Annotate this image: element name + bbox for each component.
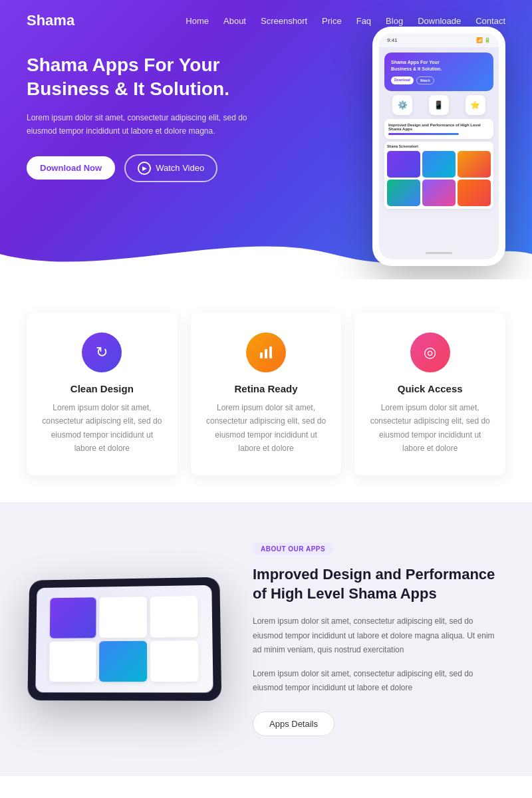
apps-details-button[interactable]: Apps Details [253, 712, 334, 736]
tablet-mockup [27, 577, 221, 700]
about-title: Improved Design and Performance of High … [253, 565, 505, 604]
brand-logo: Shama [27, 12, 74, 29]
nav-faq[interactable]: Faq [356, 16, 371, 26]
nav-links: Home About Screenshort Price Faq Blog Do… [186, 15, 505, 27]
nav-home[interactable]: Home [186, 16, 209, 26]
nav-price[interactable]: Price [322, 16, 342, 26]
about-desc-1: Lorem ipsum dolor sit amet, consectetur … [253, 614, 505, 658]
hero-content: Shama Apps For Your Business & It Soluti… [27, 53, 253, 182]
about-badge: About Our Apps [253, 543, 333, 555]
phone-feature-icon-3: ⭐ [466, 95, 485, 115]
svg-rect-1 [265, 349, 267, 358]
feature-icon-clean-design: ↻ [82, 332, 122, 372]
features-section: ↻ Clean Design Lorem ipsum dolor sit ame… [0, 279, 532, 502]
feature-title-1: Clean Design [40, 383, 164, 394]
nav-contact[interactable]: Contact [475, 16, 505, 26]
svg-rect-0 [260, 352, 263, 358]
feature-card-retina-ready: Retina Ready Lorem ipsum dolor sit amet,… [191, 313, 342, 475]
feature-desc-1: Lorem ipsum dolor sit amet, consectetur … [40, 401, 164, 456]
navigation: Shama Home About Screenshort Price Faq B… [0, 0, 532, 41]
nav-downloade[interactable]: Downloade [418, 16, 461, 26]
about-desc-2: Lorem ipsum dolor sit amet, consectetur … [253, 667, 505, 696]
screenshots-section: Latest Short Shama Screenshort [0, 776, 532, 798]
feature-card-clean-design: ↻ Clean Design Lorem ipsum dolor sit ame… [27, 313, 178, 475]
play-icon: ▶ [138, 162, 151, 175]
about-content: About Our Apps Improved Design and Perfo… [253, 542, 505, 736]
hero-title: Shama Apps For Your Business & It Soluti… [27, 53, 253, 102]
phone-feature-icon-2: 📱 [429, 95, 449, 115]
hero-phone-mockup: 9:41 📶 🔋 Shama Apps For YourBusiness & I… [372, 27, 505, 266]
feature-desc-2: Lorem ipsum dolor sit amet, consectetur … [204, 401, 329, 456]
feature-card-quick-access: ◎ Quick Access Lorem ipsum dolor sit ame… [354, 313, 505, 475]
nav-screenshort[interactable]: Screenshort [261, 16, 307, 26]
feature-desc-3: Lorem ipsum dolor sit amet, consectetur … [368, 401, 492, 456]
about-phone-visual [27, 578, 226, 700]
hero-section: Shama Home About Screenshort Price Faq B… [0, 0, 532, 279]
nav-about[interactable]: About [223, 16, 246, 26]
download-now-button[interactable]: Download Now [27, 156, 115, 180]
svg-rect-2 [269, 346, 272, 358]
about-section: About Our Apps Improved Design and Perfo… [0, 502, 532, 776]
feature-title-3: Quick Access [368, 383, 492, 394]
watch-video-button[interactable]: ▶ Watch Video [124, 154, 217, 182]
feature-icon-quick-access: ◎ [410, 332, 450, 372]
hero-buttons: Download Now ▶ Watch Video [27, 154, 253, 182]
feature-icon-retina-ready [246, 332, 286, 372]
nav-blog[interactable]: Blog [386, 16, 403, 26]
feature-title-2: Retina Ready [204, 383, 329, 394]
hero-description: Lorem ipsum dolor sit amet, consectetur … [27, 111, 253, 138]
phone-feature-icon-1: ⚙️ [392, 95, 412, 115]
